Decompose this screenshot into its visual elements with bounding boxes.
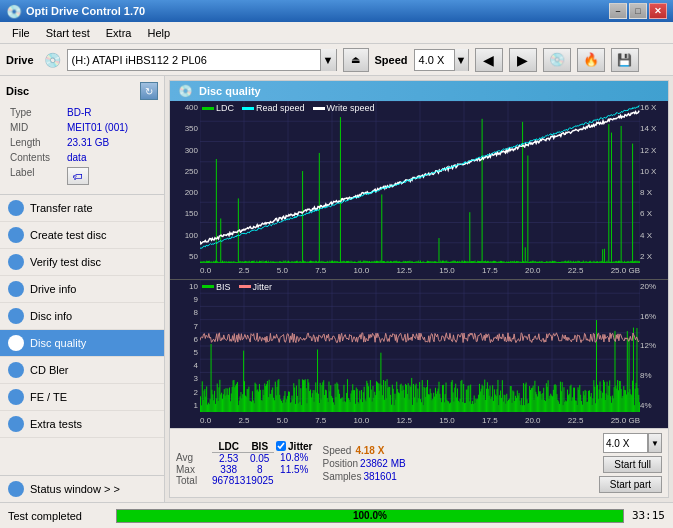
sidebar-item-disc-quality[interactable]: Disc quality [0,330,164,357]
stats-bar: LDC BIS Jitter Avg [170,428,668,497]
status-window-button[interactable]: Status window > > [0,476,164,502]
create-test-disc-label: Create test disc [30,229,106,241]
eject-button[interactable]: ⏏ [343,48,369,72]
y-right-12x: 12 X [640,146,668,155]
speed-position-section: Speed 4.18 X Position 23862 MB Samples 3… [323,445,433,482]
menu-extra[interactable]: Extra [98,25,140,41]
start-full-button[interactable]: Start full [603,456,662,473]
y-right-8x: 8 X [640,188,668,197]
legend-jitter: Jitter [253,282,273,292]
sidebar-item-drive-info[interactable]: Drive info [0,276,164,303]
stats-avg-row: Avg 2.53 0.05 10.8% [176,452,315,464]
sidebar-item-transfer-rate[interactable]: Transfer rate [0,195,164,222]
disc-icon-button[interactable]: 💿 [543,48,571,72]
chart-title-icon: 💿 [178,84,193,98]
disc-quality-icon [8,335,24,351]
back-button[interactable]: ◀ [475,48,503,72]
sidebar-nav: Transfer rate Create test disc Verify te… [0,195,164,475]
forward-button[interactable]: ▶ [509,48,537,72]
jitter-header: Jitter [288,441,312,452]
sidebar-item-disc-info[interactable]: Disc info [0,303,164,330]
legend-ldc: LDC [216,103,234,113]
upper-chart-legend: LDC Read speed Write speed [202,103,374,113]
y-label-100: 100 [170,231,200,240]
drive-dropdown-arrow[interactable]: ▼ [320,49,336,71]
y-label-50: 50 [170,252,200,261]
max-label: Max [176,464,212,475]
ldc-avg: 2.53 [212,452,245,464]
speed-stat-value: 4.18 X [355,445,384,456]
disc-length-row: Length 23.31 GB [8,136,156,149]
stats-table: LDC BIS Jitter Avg [176,441,315,486]
progress-fill: 100.0% [117,510,623,522]
disc-type-label: Type [8,106,63,119]
disc-info-table: Type BD-R MID MEIT01 (001) Length 23.31 … [6,104,158,188]
total-label: Total [176,475,212,486]
menu-help[interactable]: Help [139,25,178,41]
menu-file[interactable]: File [4,25,38,41]
speed-dropdown-value: 4.0 X [606,438,629,449]
sidebar-item-verify-test-disc[interactable]: Verify test disc [0,249,164,276]
disc-label-row: Label 🏷 [8,166,156,186]
start-part-button[interactable]: Start part [599,476,662,493]
ldc-total: 967813 [212,475,245,486]
stats-max-row: Max 338 8 11.5% [176,464,315,475]
disc-length-value: 23.31 GB [65,136,156,149]
chart-container: 💿 Disc quality 400 350 300 250 200 150 1… [169,80,669,498]
verify-test-disc-label: Verify test disc [30,256,101,268]
jitter-avg: 10.8% [274,452,314,464]
cd-bler-label: CD Bler [30,364,69,376]
transfer-rate-label: Transfer rate [30,202,93,214]
charts-area: 400 350 300 250 200 150 100 50 16 X 14 X… [170,101,668,428]
samples-value: 381601 [363,471,396,482]
disc-mid-label: MID [8,121,63,134]
progress-bar: 100.0% [116,509,624,523]
legend-write-speed: Write speed [327,103,375,113]
y-right-10x: 10 X [640,167,668,176]
verify-test-disc-icon [8,254,24,270]
speed-dropdown-btn[interactable]: ▼ [648,433,662,453]
y-label-200: 200 [170,188,200,197]
status-window-label: Status window > > [30,483,120,495]
y-right-6x: 6 X [640,209,668,218]
menu-bar: File Start test Extra Help [0,22,673,44]
cd-bler-icon [8,362,24,378]
sidebar: Disc ↻ Type BD-R MID MEIT01 (001) Length… [0,76,165,502]
extra-tests-label: Extra tests [30,418,82,430]
drive-label: Drive [6,54,34,66]
drive-icon: 💿 [44,52,61,68]
disc-label-label: Label [8,166,63,186]
title-bar: 💿 Opti Drive Control 1.70 – □ ✕ [0,0,673,22]
save-button[interactable]: 💾 [611,48,639,72]
speed-dropdown[interactable]: 4.0 X [603,433,648,453]
disc-label-button[interactable]: 🏷 [67,167,89,185]
menu-start-test[interactable]: Start test [38,25,98,41]
sidebar-item-fe-te[interactable]: FE / TE [0,384,164,411]
disc-info-icon [8,308,24,324]
minimize-button[interactable]: – [609,3,627,19]
jitter-checkbox[interactable] [276,441,286,451]
speed-dropdown-arrow[interactable]: ▼ [454,49,468,71]
disc-title: Disc [6,85,29,97]
time-display: 33:15 [632,509,665,522]
sidebar-item-create-test-disc[interactable]: Create test disc [0,222,164,249]
disc-type-value: BD-R [65,106,156,119]
disc-info-label: Disc info [30,310,72,322]
sidebar-item-cd-bler[interactable]: CD Bler [0,357,164,384]
create-test-disc-icon [8,227,24,243]
bis-header: BIS [245,441,274,453]
position-value: 23862 MB [360,458,406,469]
lower-chart: 10 9 8 7 6 5 4 3 2 1 20% 16% [170,280,668,428]
jitter-max: 11.5% [274,464,314,475]
y-right-16x: 16 X [640,103,668,112]
sidebar-item-extra-tests[interactable]: Extra tests [0,411,164,438]
maximize-button[interactable]: □ [629,3,647,19]
progress-text: 100.0% [353,510,387,521]
close-button[interactable]: ✕ [649,3,667,19]
burn-button[interactable]: 🔥 [577,48,605,72]
y-right-4x: 4 X [640,231,668,240]
bis-total: 19025 [245,475,274,486]
disc-refresh-button[interactable]: ↻ [140,82,158,100]
drive-info-label: Drive info [30,283,76,295]
status-text: Test completed [8,510,108,522]
